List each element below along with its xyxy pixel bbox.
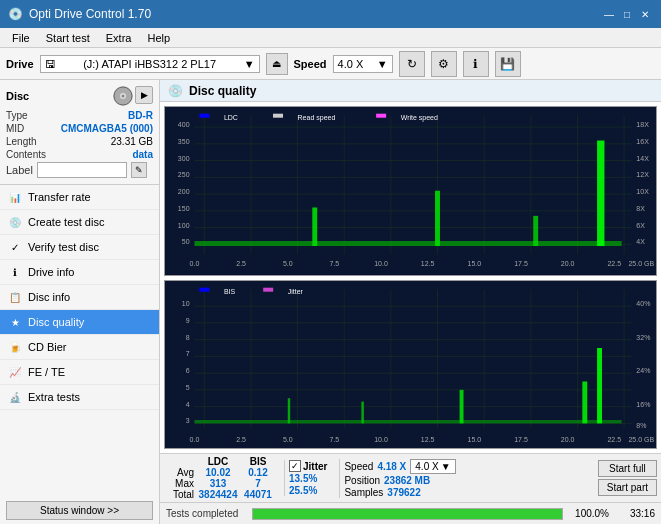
stats-total-ldc: 3824424 (196, 489, 240, 500)
position-row: Position 23862 MB (344, 475, 455, 486)
drive-icon: 🖫 (45, 58, 56, 70)
svg-text:17.5: 17.5 (514, 260, 528, 267)
jitter-checkbox[interactable]: ✓ (289, 460, 301, 472)
svg-text:Write speed: Write speed (401, 114, 438, 122)
status-window-button[interactable]: Status window >> (6, 501, 153, 520)
svg-text:40%: 40% (636, 300, 650, 307)
progress-container: Tests completed 100.0% 33:16 (160, 502, 661, 524)
disc-quality-icon: ★ (8, 315, 22, 329)
eject-button[interactable]: ⏏ (266, 53, 288, 75)
speed-dropdown-arrow: ▼ (441, 461, 451, 472)
refresh-button[interactable]: ↻ (399, 51, 425, 77)
sidebar-item-verify-test-disc[interactable]: ✓ Verify test disc (0, 235, 159, 260)
start-part-button[interactable]: Start part (598, 479, 657, 496)
svg-text:0.0: 0.0 (190, 435, 200, 442)
svg-rect-103 (194, 420, 621, 423)
svg-text:150: 150 (178, 205, 190, 212)
progress-fill (253, 509, 562, 519)
save-button[interactable]: 💾 (495, 51, 521, 77)
close-button[interactable]: ✕ (637, 6, 653, 22)
menu-start-test[interactable]: Start test (38, 30, 98, 46)
info-button[interactable]: ℹ (463, 51, 489, 77)
svg-text:300: 300 (178, 155, 190, 162)
main-area: Disc ▶ Type BD-R MID (0, 80, 661, 524)
fe-te-icon: 📈 (8, 365, 22, 379)
maximize-button[interactable]: □ (619, 6, 635, 22)
position-label: Position (344, 475, 380, 486)
app-icon: 💿 (8, 7, 23, 21)
svg-rect-51 (435, 191, 440, 246)
cd-bier-icon: 🍺 (8, 340, 22, 354)
sidebar: Disc ▶ Type BD-R MID (0, 80, 160, 524)
svg-text:22.5: 22.5 (607, 260, 621, 267)
svg-text:10.0: 10.0 (374, 435, 388, 442)
content-header-icon: 💿 (168, 84, 183, 98)
cd-bier-label: CD Bier (28, 341, 67, 353)
sidebar-item-cd-bier[interactable]: 🍺 CD Bier (0, 335, 159, 360)
svg-text:6: 6 (186, 367, 190, 374)
disc-label-input[interactable] (37, 162, 127, 178)
stats-bis-header: BIS (240, 456, 276, 467)
disc-length-label: Length (6, 136, 37, 147)
menu-extra[interactable]: Extra (98, 30, 140, 46)
verify-test-disc-label: Verify test disc (28, 241, 99, 253)
speed-stat-label: Speed (344, 461, 373, 472)
progress-track (252, 508, 563, 520)
sidebar-item-disc-info[interactable]: 📋 Disc info (0, 285, 159, 310)
speed-row: Speed 4.18 X 4.0 X ▼ (344, 459, 455, 474)
transfer-rate-label: Transfer rate (28, 191, 91, 203)
disc-label-edit-button[interactable]: ✎ (131, 162, 147, 178)
svg-point-2 (122, 95, 125, 98)
sidebar-item-disc-quality[interactable]: ★ Disc quality (0, 310, 159, 335)
fe-te-label: FE / TE (28, 366, 65, 378)
stats-ldc-header: LDC (196, 456, 240, 467)
sidebar-item-transfer-rate[interactable]: 📊 Transfer rate (0, 185, 159, 210)
stats-avg-ldc: 10.02 (196, 467, 240, 478)
svg-text:7.5: 7.5 (330, 260, 340, 267)
svg-text:12.5: 12.5 (421, 260, 435, 267)
svg-text:15.0: 15.0 (468, 435, 482, 442)
start-full-button[interactable]: Start full (598, 460, 657, 477)
sidebar-item-extra-tests[interactable]: 🔬 Extra tests (0, 385, 159, 410)
charts-container: 400 350 300 250 200 150 100 50 18X 16X (160, 102, 661, 453)
svg-text:10: 10 (182, 300, 190, 307)
svg-text:7.5: 7.5 (330, 435, 340, 442)
disc-icon (113, 86, 133, 106)
drive-selector[interactable]: 🖫 (J:) ATAPI iHBS312 2 PL17 ▼ (40, 55, 260, 73)
titlebar-controls: — □ ✕ (601, 6, 653, 22)
svg-text:5: 5 (186, 383, 190, 390)
jitter-header: ✓ Jitter (289, 460, 327, 472)
svg-text:10X: 10X (636, 188, 649, 195)
speed-selector[interactable]: 4.0 X ▼ (333, 55, 393, 73)
svg-text:9: 9 (186, 316, 190, 323)
minimize-button[interactable]: — (601, 6, 617, 22)
disc-type-row: Type BD-R (6, 110, 153, 121)
svg-text:10.0: 10.0 (374, 260, 388, 267)
sidebar-item-fe-te[interactable]: 📈 FE / TE (0, 360, 159, 385)
svg-text:20.0: 20.0 (561, 260, 575, 267)
svg-text:25.0 GB: 25.0 GB (628, 435, 654, 442)
extra-tests-icon: 🔬 (8, 390, 22, 404)
sidebar-item-drive-info[interactable]: ℹ Drive info (0, 260, 159, 285)
stats-total-label: Total (164, 489, 196, 500)
svg-text:3: 3 (186, 417, 190, 424)
settings-button[interactable]: ⚙ (431, 51, 457, 77)
svg-text:20.0: 20.0 (561, 435, 575, 442)
svg-text:24%: 24% (636, 367, 650, 374)
svg-text:LDC: LDC (224, 114, 238, 121)
create-test-disc-label: Create test disc (28, 216, 104, 228)
menu-help[interactable]: Help (139, 30, 178, 46)
svg-rect-108 (597, 348, 602, 423)
svg-rect-106 (460, 389, 464, 423)
menu-file[interactable]: File (4, 30, 38, 46)
disc-mid-value: CMCMAGBA5 (000) (61, 123, 153, 134)
sidebar-item-create-test-disc[interactable]: 💿 Create test disc (0, 210, 159, 235)
svg-text:Jitter: Jitter (288, 288, 304, 295)
speed-stat-dropdown[interactable]: 4.0 X ▼ (410, 459, 455, 474)
drive-label: Drive (6, 58, 34, 70)
svg-text:5.0: 5.0 (283, 435, 293, 442)
disc-type-value: BD-R (128, 110, 153, 121)
svg-rect-111 (263, 287, 273, 291)
app-title: Opti Drive Control 1.70 (29, 7, 151, 21)
disc-icon2: ▶ (135, 86, 153, 104)
